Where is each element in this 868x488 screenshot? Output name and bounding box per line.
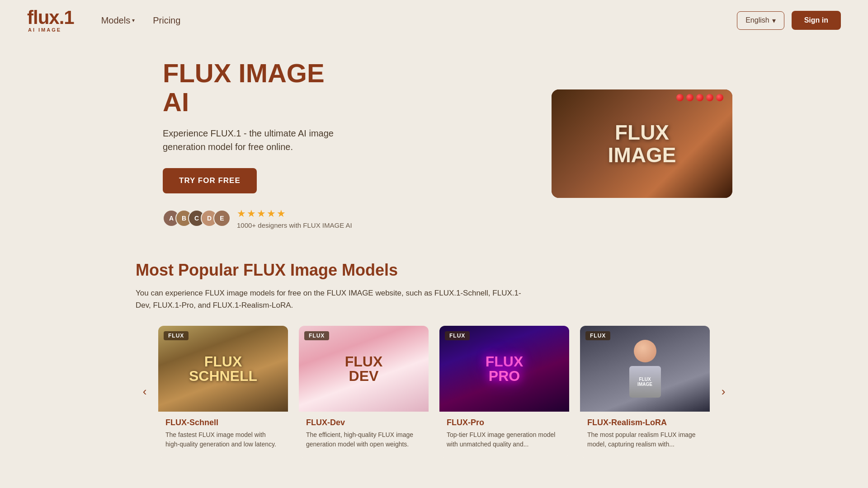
nav-models-label: Models (101, 15, 130, 26)
social-proof: A B C D E ★ ★ ★ ★ ★ 1000+ designers with… (163, 208, 353, 229)
logo-sub: AI IMAGE (28, 27, 61, 33)
hero-image-placeholder: FLUXIMAGE (552, 89, 732, 198)
social-proof-info: ★ ★ ★ ★ ★ 1000+ designers with FLUX IMAG… (237, 208, 352, 229)
model-image-text: FLUXPRO (486, 354, 524, 383)
models-grid: FLUX FLUXSCHNELL FLUX-Schnell The fastes… (158, 326, 710, 457)
model-image-text: FLUXDEV (345, 354, 383, 383)
star-rating: ★ ★ ★ ★ ★ (237, 208, 352, 220)
model-description: Top-tier FLUX image generation model wit… (447, 430, 562, 449)
hero-content: FLUX IMAGE AI Experience FLUX.1 - the ul… (163, 59, 353, 229)
model-description: The most popular realism FLUX image mode… (587, 430, 703, 449)
hero-description: Experience FLUX.1 - the ultimate AI imag… (163, 127, 353, 154)
star-icon: ★ (257, 208, 266, 220)
social-text: 1000+ designers with FLUX IMAGE AI (237, 221, 352, 229)
model-image: FLUX FLUXIMAGE (580, 326, 710, 412)
model-description: The efficient, high-quality FLUX image g… (306, 430, 421, 449)
model-image: FLUX FLUXPRO (439, 326, 569, 412)
hero-image: FLUXIMAGE (552, 89, 732, 198)
nav-pricing-label: Pricing (153, 15, 180, 25)
try-for-free-button[interactable]: TRY FOR FREE (163, 168, 257, 193)
cherry-decoration (676, 94, 684, 101)
model-info: FLUX-Dev The efficient, high-quality FLU… (299, 412, 429, 457)
model-image-content: FLUXIMAGE (629, 340, 661, 398)
model-badge: FLUX (304, 331, 329, 340)
logo[interactable]: flux.1 AI IMAGE (27, 8, 74, 33)
carousel-next-button[interactable]: › (714, 382, 732, 400)
model-card[interactable]: FLUX FLUXPRO FLUX-Pro Top-tier FLUX imag… (439, 326, 569, 457)
nav-left: flux.1 AI IMAGE Models ▾ Pricing (27, 8, 180, 33)
logo-text: flux.1 (27, 8, 74, 27)
model-name: FLUX-Dev (306, 418, 421, 427)
model-info: FLUX-Realism-LoRA The most popular reali… (580, 412, 710, 457)
nav-links: Models ▾ Pricing (101, 15, 181, 26)
hero-image-text: FLUXIMAGE (608, 121, 676, 167)
avatars: A B C D E (163, 210, 231, 227)
model-image: FLUX FLUXDEV (299, 326, 429, 412)
models-section: Most Popular FLUX Image Models You can e… (0, 243, 868, 484)
model-badge: FLUX (164, 331, 189, 340)
model-image-text: FLUXSCHNELL (189, 354, 257, 383)
cherry-decorations (676, 94, 723, 101)
model-image: FLUX FLUXSCHNELL (158, 326, 288, 412)
star-icon: ★ (267, 208, 276, 220)
cherry-decoration (686, 94, 693, 101)
chevron-down-icon: ▾ (132, 17, 135, 23)
model-card[interactable]: FLUX FLUXDEV FLUX-Dev The efficient, hig… (299, 326, 429, 457)
section-title: Most Popular FLUX Image Models (136, 261, 732, 280)
section-description: You can experience FLUX image models for… (136, 287, 533, 311)
star-icon: ★ (277, 208, 286, 220)
model-description: The fastest FLUX image model with high-q… (165, 430, 281, 449)
hero-title: FLUX IMAGE AI (163, 59, 353, 117)
hero-section: FLUX IMAGE AI Experience FLUX.1 - the ul… (0, 45, 868, 243)
model-badge: FLUX (445, 331, 470, 340)
avatar: E (213, 210, 231, 227)
cherry-decoration (706, 94, 713, 101)
star-icon: ★ (247, 208, 256, 220)
star-icon: ★ (237, 208, 246, 220)
model-name: FLUX-Schnell (165, 418, 281, 427)
models-carousel: ‹ FLUX FLUXSCHNELL FLUX-Schnell The fast… (136, 326, 732, 457)
carousel-prev-button[interactable]: ‹ (136, 382, 154, 400)
language-button[interactable]: English ▾ (737, 11, 784, 30)
cherry-decoration (696, 94, 703, 101)
sign-in-label: Sign in (804, 16, 828, 24)
sign-in-button[interactable]: Sign in (792, 11, 841, 30)
chevron-left-icon: ‹ (143, 385, 147, 399)
model-info: FLUX-Schnell The fastest FLUX image mode… (158, 412, 288, 457)
chevron-right-icon: › (722, 385, 726, 399)
model-name: FLUX-Pro (447, 418, 562, 427)
navbar: flux.1 AI IMAGE Models ▾ Pricing English… (0, 0, 868, 41)
model-card[interactable]: FLUX FLUXSCHNELL FLUX-Schnell The fastes… (158, 326, 288, 457)
nav-right: English ▾ Sign in (737, 11, 841, 30)
nav-models-link[interactable]: Models ▾ (101, 15, 135, 26)
model-info: FLUX-Pro Top-tier FLUX image generation … (439, 412, 569, 457)
cherry-decoration (716, 94, 723, 101)
nav-pricing-link[interactable]: Pricing (153, 15, 180, 26)
chevron-down-icon: ▾ (772, 16, 776, 25)
model-badge: FLUX (585, 331, 610, 340)
language-label: English (745, 16, 769, 24)
model-card[interactable]: FLUX FLUXIMAGE FLUX-Realism-LoRA The m (580, 326, 710, 457)
model-name: FLUX-Realism-LoRA (587, 418, 703, 427)
